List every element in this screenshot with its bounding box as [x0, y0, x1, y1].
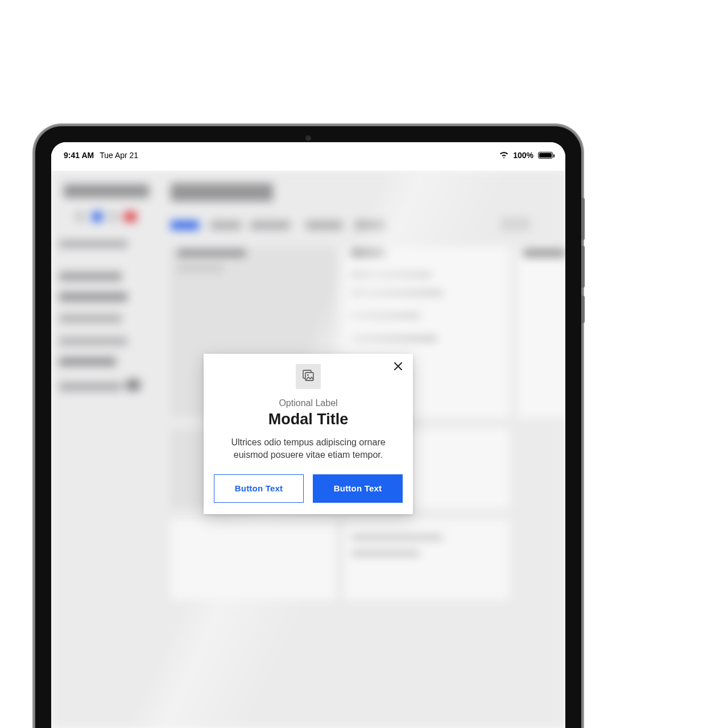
- modal-actions: Button Text Button Text: [214, 474, 403, 503]
- modal-title: Modal Title: [214, 411, 403, 428]
- status-time: 9:41 AM: [64, 151, 94, 160]
- battery-percent: 100%: [513, 151, 533, 160]
- battery-icon: [538, 152, 553, 159]
- modal-label: Optional Label: [214, 398, 403, 408]
- device-camera: [305, 135, 311, 141]
- primary-button[interactable]: Button Text: [313, 474, 403, 503]
- svg-point-2: [307, 374, 309, 376]
- modal-dialog: Optional Label Modal Title Ultrices odio…: [204, 354, 413, 514]
- wifi-icon: [499, 151, 508, 160]
- modal-body-text: Ultrices odio tempus adipiscing ornare e…: [214, 436, 403, 462]
- device-screen: 9:41 AM Tue Apr 21 100%: [51, 142, 565, 728]
- status-date: Tue Apr 21: [100, 151, 138, 160]
- modal-overlay: Optional Label Modal Title Ultrices odio…: [51, 171, 565, 728]
- tablet-device-frame: 9:41 AM Tue Apr 21 100%: [35, 126, 581, 728]
- modal-icon-box: [296, 364, 321, 389]
- status-bar: 9:41 AM Tue Apr 21 100%: [51, 142, 565, 171]
- secondary-button[interactable]: Button Text: [214, 474, 304, 503]
- close-icon: [394, 362, 402, 373]
- image-placeholder-icon: [301, 369, 315, 384]
- device-side-button: [581, 198, 585, 240]
- device-side-button: [581, 296, 585, 323]
- device-side-button: [581, 246, 585, 288]
- close-button[interactable]: [391, 361, 405, 374]
